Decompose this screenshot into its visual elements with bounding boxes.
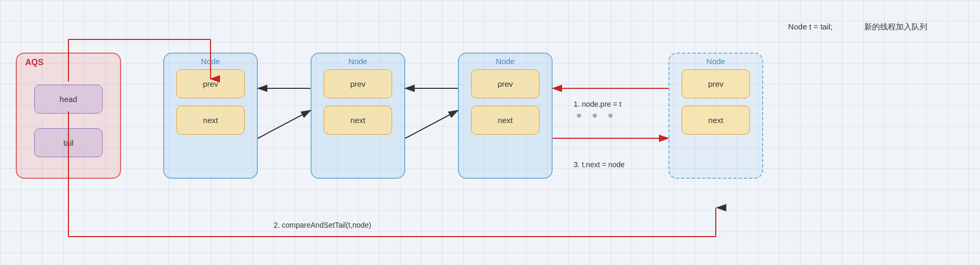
node-box-1: Node prev next <box>163 53 258 179</box>
node-box-3: Node prev next <box>458 53 553 179</box>
svg-line-10 <box>258 110 311 138</box>
node1-prev: prev <box>176 69 245 98</box>
top-note2: 新的线程加入队列 <box>864 22 927 32</box>
node2-next: next <box>324 106 392 135</box>
diagram-container: Node t = tail; 新的线程加入队列 AQS head tail No… <box>0 0 980 265</box>
aqs-head-field: head <box>34 85 103 114</box>
top-note1: Node t = tail; <box>788 22 833 32</box>
node3-next: next <box>471 106 539 135</box>
node4-next: next <box>682 106 750 135</box>
top-annotations: Node t = tail; 新的线程加入队列 <box>788 22 927 32</box>
svg-point-17 <box>593 114 597 118</box>
step3-annotation: 3. t.next = node <box>574 160 625 169</box>
aqs-label: AQS <box>25 58 44 67</box>
node3-prev: prev <box>471 69 539 98</box>
node3-label: Node <box>496 57 515 66</box>
step1-annotation: 1. node.pre = t <box>574 100 622 108</box>
aqs-box: AQS head tail <box>16 53 121 179</box>
svg-line-12 <box>405 110 458 138</box>
node4-prev: prev <box>682 69 750 98</box>
node1-label: Node <box>201 57 220 66</box>
svg-point-16 <box>577 114 581 118</box>
node4-label: Node <box>706 57 725 66</box>
node2-prev: prev <box>324 69 392 98</box>
node1-next: next <box>176 106 245 135</box>
aqs-tail-field: tail <box>34 128 103 157</box>
node-box-2: Node prev next <box>311 53 405 179</box>
svg-point-18 <box>608 114 613 118</box>
node2-label: Node <box>348 57 367 66</box>
node-box-4: Node prev next <box>668 53 763 179</box>
step2-annotation: 2. compareAndSetTail(t,node) <box>274 221 371 229</box>
